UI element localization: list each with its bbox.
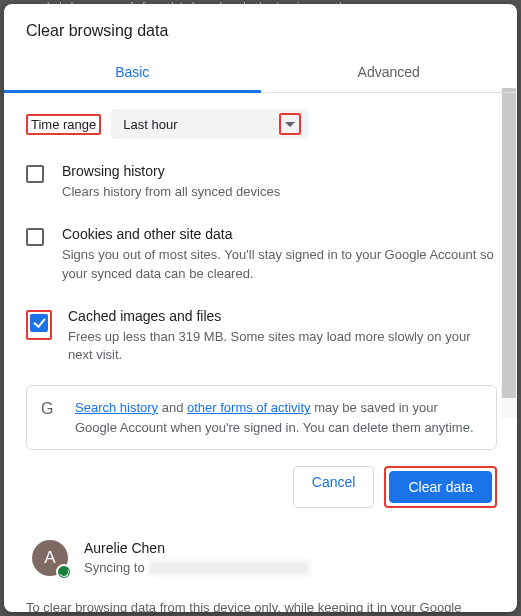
dialog-footer: Cancel Clear data [4, 450, 517, 526]
scrollbar-track[interactable] [501, 88, 517, 418]
clear-browsing-data-dialog: Clear browsing data Basic Advanced Time … [4, 4, 517, 612]
sync-icon [56, 564, 72, 580]
account-sync-status: Syncing to [84, 560, 309, 575]
account-name: Aurelie Chen [84, 540, 309, 556]
scrollbar-thumb[interactable] [502, 88, 516, 398]
option-description: Clears history from all synced devices [62, 183, 497, 202]
chevron-down-icon[interactable] [279, 113, 301, 135]
time-range-row: Time range Last hour [26, 103, 497, 153]
search-history-link[interactable]: Search history [75, 400, 158, 415]
tab-advanced[interactable]: Advanced [261, 54, 518, 92]
checkbox-cookies[interactable] [26, 228, 44, 246]
sign-out-note: To clear browsing data from this device … [4, 594, 517, 612]
google-logo-icon: G [41, 398, 61, 437]
dialog-title: Clear browsing data [4, 4, 517, 54]
account-row: A Aurelie Chen Syncing to [4, 526, 517, 594]
option-browsing-history: Browsing history Clears history from all… [26, 153, 497, 216]
checkbox-browsing-history[interactable] [26, 165, 44, 183]
redacted-email [149, 561, 309, 575]
option-cookies: Cookies and other site data Signs you ou… [26, 216, 497, 298]
option-cache: Cached images and files Frees up less th… [26, 298, 497, 380]
option-description: Frees up less than 319 MB. Some sites ma… [68, 328, 497, 366]
tab-basic[interactable]: Basic [4, 54, 261, 92]
time-range-value: Last hour [123, 117, 177, 132]
other-activity-link[interactable]: other forms of activity [187, 400, 311, 415]
tab-bar: Basic Advanced [4, 54, 517, 93]
option-title: Cached images and files [68, 308, 497, 324]
option-title: Cookies and other site data [62, 226, 497, 242]
clear-data-button[interactable]: Clear data [389, 471, 492, 503]
avatar: A [32, 540, 70, 578]
time-range-select[interactable]: Last hour [111, 109, 309, 139]
activity-info-box: G Search history and other forms of acti… [26, 385, 497, 450]
option-description: Signs you out of most sites. You'll stay… [62, 246, 497, 284]
cancel-button[interactable]: Cancel [293, 466, 375, 508]
checkbox-cache[interactable] [30, 314, 48, 332]
option-title: Browsing history [62, 163, 497, 179]
time-range-label: Time range [26, 114, 101, 135]
activity-info-text: Search history and other forms of activi… [75, 398, 482, 437]
active-tab-indicator [4, 90, 261, 93]
